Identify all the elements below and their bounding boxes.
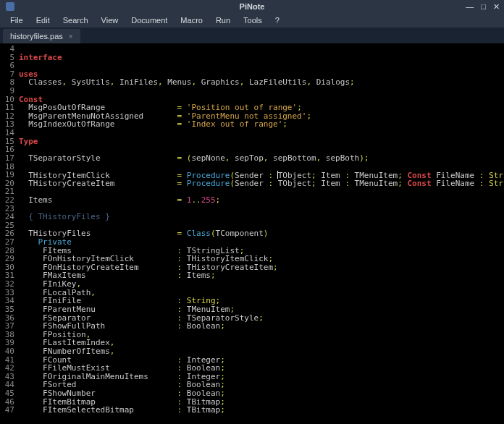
line-number: 17 [0, 154, 14, 163]
minimize-button[interactable]: — [466, 2, 474, 12]
tab-close-icon[interactable]: × [69, 33, 73, 41]
tab-historyfiles[interactable]: historyfiles.pas × [3, 29, 80, 43]
window-title: PiNote [240, 2, 265, 11]
menu-file[interactable]: File [4, 14, 29, 26]
tab-label: historyfiles.pas [10, 32, 63, 41]
gutter: 4567891011121314151617181920212223242526… [0, 45, 19, 424]
menu-search[interactable]: Search [57, 14, 94, 26]
line-number: 14 [0, 129, 14, 137]
menu-edit[interactable]: Edit [30, 14, 56, 26]
code-line[interactable]: Classes, SysUtils, IniFiles, Menus, Grap… [19, 78, 504, 87]
app-icon [6, 2, 14, 11]
code-line[interactable]: MsgIndexOutOfRange = 'Index out of range… [19, 120, 504, 129]
line-number: 32 [0, 280, 14, 289]
line-number: 35 [0, 305, 14, 314]
editor[interactable]: 4567891011121314151617181920212223242526… [0, 43, 504, 424]
code-line[interactable]: FItemSelectedBitmap : TBitmap; [19, 406, 504, 415]
line-number: 40 [0, 347, 14, 356]
code-line[interactable]: Items = 1..255; [19, 196, 504, 205]
menubar: FileEditSearchViewDocumentMacroRunTools? [0, 13, 504, 27]
menu-view[interactable]: View [96, 14, 125, 26]
menu-run[interactable]: Run [210, 14, 236, 26]
code-line[interactable] [19, 129, 504, 137]
code-line[interactable] [19, 62, 504, 70]
line-number: 27 [0, 238, 14, 247]
code-line[interactable]: TSeparatorStyle = (sepNone, sepTop, sepB… [19, 154, 504, 163]
line-number: 45 [0, 389, 14, 398]
menu-tools[interactable]: Tools [238, 14, 268, 26]
menu-macro[interactable]: Macro [175, 14, 209, 26]
line-number: 19 [0, 171, 14, 179]
close-button[interactable]: ✕ [493, 2, 500, 12]
line-number: 37 [0, 322, 14, 331]
code-area[interactable]: interface uses Classes, SysUtils, IniFil… [19, 45, 504, 424]
code-line[interactable] [19, 45, 504, 54]
menu-help[interactable]: ? [269, 14, 285, 26]
line-number: 9 [0, 87, 14, 96]
code-line[interactable]: THistoryCreateItem = Procedure(Sender : … [19, 179, 504, 188]
code-line[interactable]: Type [19, 137, 504, 146]
tabbar: historyfiles.pas × [0, 27, 504, 43]
code-line[interactable]: THistoryFiles = Class(TComponent) [19, 229, 504, 238]
code-line[interactable] [19, 87, 504, 96]
line-number: 4 [0, 45, 14, 54]
code-line[interactable]: { THistoryFiles } [19, 213, 504, 221]
menu-document[interactable]: Document [125, 14, 173, 26]
window-controls: — □ ✕ [466, 2, 500, 12]
line-number: 22 [0, 196, 14, 205]
line-number: 47 [0, 406, 14, 415]
titlebar[interactable]: PiNote — □ ✕ [0, 0, 504, 13]
maximize-button[interactable]: □ [481, 2, 486, 12]
code-line[interactable]: interface [19, 54, 504, 62]
code-line[interactable]: FMaxItems : Items; [19, 271, 504, 280]
code-line[interactable] [19, 163, 504, 171]
code-line[interactable]: FShowFullPath : Boolean; [19, 322, 504, 331]
